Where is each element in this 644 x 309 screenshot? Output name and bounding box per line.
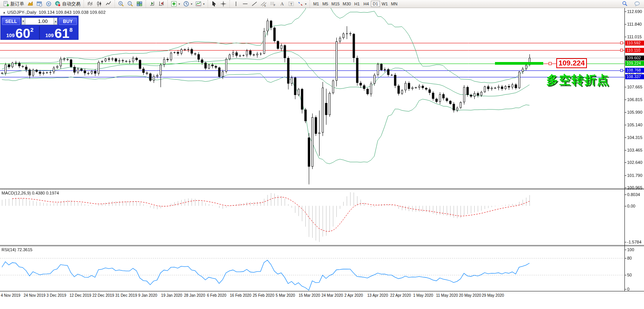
chat-button[interactable] xyxy=(633,0,642,7)
panel-separator[interactable] xyxy=(0,188,644,189)
timeframe-MN[interactable]: MN xyxy=(389,1,399,7)
arrows-tool-button[interactable]: ▾ xyxy=(296,0,308,7)
indicators-button[interactable]: ▾ xyxy=(169,0,182,7)
rsi-indicator-label: RSI(14) 72.3615 xyxy=(2,247,33,252)
rsi-axis-tick: 100 xyxy=(627,247,634,252)
timeframe-M30[interactable]: M30 xyxy=(341,1,352,7)
text-tool-button[interactable]: A xyxy=(277,0,287,7)
timeframe-H1[interactable]: H1 xyxy=(352,1,362,7)
date-label: 9 Jan 2020 xyxy=(138,293,157,298)
price-badge-108.337: 108.337 xyxy=(625,74,644,79)
timeframe-M15[interactable]: M15 xyxy=(330,1,341,7)
new-order-label: 新订单 xyxy=(10,1,24,7)
price-level-callout[interactable]: 109.224 xyxy=(556,58,587,68)
chart-profile-button[interactable] xyxy=(26,0,35,7)
svg-text:E: E xyxy=(264,5,266,7)
buy-price-big: 61 xyxy=(54,28,69,39)
buy-button[interactable]: BUY xyxy=(59,18,77,25)
timeframe-group: M1M5M15M30H1H4D1W1MN xyxy=(310,0,400,8)
vertical-line-icon xyxy=(233,1,239,7)
price-axis: 112.690111.840111.015108.490107.665106.8… xyxy=(625,8,644,188)
navigator-button[interactable] xyxy=(44,0,53,7)
new-order-button[interactable]: 新订单 xyxy=(2,0,26,7)
date-label: 4 Nov 2019 xyxy=(1,293,20,298)
price-axis-tick: 103.465 xyxy=(627,148,642,152)
auto-trading-icon xyxy=(55,1,61,7)
trendline-button[interactable] xyxy=(250,0,259,7)
symbol-period-label: USDJPY-,Daily xyxy=(7,10,36,15)
templates-caret-icon: ▾ xyxy=(203,2,205,6)
volume-increase-button[interactable]: ▲ xyxy=(54,18,57,25)
cursor-button[interactable] xyxy=(210,0,219,7)
rsi-axis: 10080500 xyxy=(625,246,644,291)
tile-windows-button[interactable] xyxy=(135,0,144,7)
timeframe-M1[interactable]: M1 xyxy=(311,1,321,7)
highlight-bar[interactable] xyxy=(495,62,543,65)
volume-input[interactable] xyxy=(25,18,54,25)
new-order-icon xyxy=(3,1,9,7)
timeframe-W1[interactable]: W1 xyxy=(380,1,390,7)
market-watch-button[interactable] xyxy=(35,0,44,7)
timeframe-H4[interactable]: H4 xyxy=(362,1,371,7)
toolbar-group-cursor xyxy=(208,0,229,8)
sell-button[interactable]: SELL xyxy=(2,18,20,25)
toolbar-group-zoom xyxy=(115,0,146,8)
svg-text:A: A xyxy=(280,1,284,7)
timeframe-M5[interactable]: M5 xyxy=(321,1,330,7)
line-chart-button[interactable] xyxy=(104,0,113,7)
auto-trading-button[interactable]: 自动交易 xyxy=(53,0,82,7)
date-label: 24 Mar 2020 xyxy=(321,293,343,298)
price-badge-109.602: 109.602 xyxy=(625,56,644,60)
date-label: 5 Mar 2020 xyxy=(276,293,295,298)
periods-button[interactable]: ▾ xyxy=(182,0,194,7)
date-label: 28 Jan 2020 xyxy=(184,293,205,298)
sell-price-prefix: 109 xyxy=(7,33,15,38)
toolbar-group-main: 新订单 自动交易 xyxy=(0,0,84,8)
date-label: 25 Feb 2020 xyxy=(253,293,274,298)
periods-caret-icon: ▾ xyxy=(191,2,192,6)
price-axis-tick: 102.640 xyxy=(627,160,642,165)
vertical-line-button[interactable] xyxy=(231,0,241,7)
rsi-axis-tick: 80 xyxy=(627,256,632,260)
buy-price[interactable]: 109 61 8 xyxy=(40,26,78,40)
auto-trading-label: 自动交易 xyxy=(62,1,80,7)
horizontal-line-icon xyxy=(242,1,248,7)
panel-separator[interactable] xyxy=(0,245,644,245)
turning-point-annotation[interactable]: 多空转折点 xyxy=(546,72,610,88)
text-label-button[interactable]: T xyxy=(287,0,296,7)
bar-chart-button[interactable] xyxy=(85,0,95,7)
price-chart-canvas[interactable] xyxy=(0,8,624,291)
price-axis-tick: 107.665 xyxy=(627,85,642,89)
price-axis-tick: 104.315 xyxy=(627,135,642,140)
periods-clock-icon xyxy=(183,1,189,7)
price-axis-tick: 105.140 xyxy=(627,123,642,127)
arrows-tool-icon xyxy=(297,1,303,7)
templates-button[interactable]: ▾ xyxy=(194,0,206,7)
candlestick-chart-icon xyxy=(96,1,102,7)
zoom-out-button[interactable] xyxy=(126,0,135,7)
indicators-icon xyxy=(171,1,177,7)
date-label: 3 Dec 2019 xyxy=(47,293,66,298)
equidistant-channel-button[interactable]: E xyxy=(259,0,268,7)
zoom-in-button[interactable] xyxy=(116,0,126,7)
panel-separator xyxy=(0,246,644,246)
auto-scroll-button[interactable] xyxy=(147,0,157,7)
crosshair-button[interactable] xyxy=(219,0,228,7)
candlestick-chart-button[interactable] xyxy=(95,0,104,7)
timeframe-D1[interactable]: D1 xyxy=(371,1,380,7)
price-axis-tick: 101.790 xyxy=(627,173,642,178)
text-tool-icon: A xyxy=(279,1,285,7)
tile-windows-icon xyxy=(136,1,143,7)
callout-handle[interactable] xyxy=(549,62,552,65)
fibonacci-button[interactable]: F xyxy=(268,0,277,7)
volume-decrease-button[interactable]: ▼ xyxy=(21,18,25,25)
equidistant-channel-icon: E xyxy=(261,1,267,7)
svg-text:T: T xyxy=(290,2,293,6)
chart-shift-button[interactable] xyxy=(157,0,166,7)
sell-price[interactable]: 109 60 2 xyxy=(1,26,40,40)
search-button[interactable] xyxy=(620,0,629,7)
horizontal-line-button[interactable] xyxy=(241,0,250,7)
sell-price-sup: 2 xyxy=(30,26,33,33)
crosshair-icon xyxy=(220,1,226,7)
time-axis[interactable]: 4 Nov 201924 Nov 20193 Dec 201912 Dec 20… xyxy=(0,291,624,299)
